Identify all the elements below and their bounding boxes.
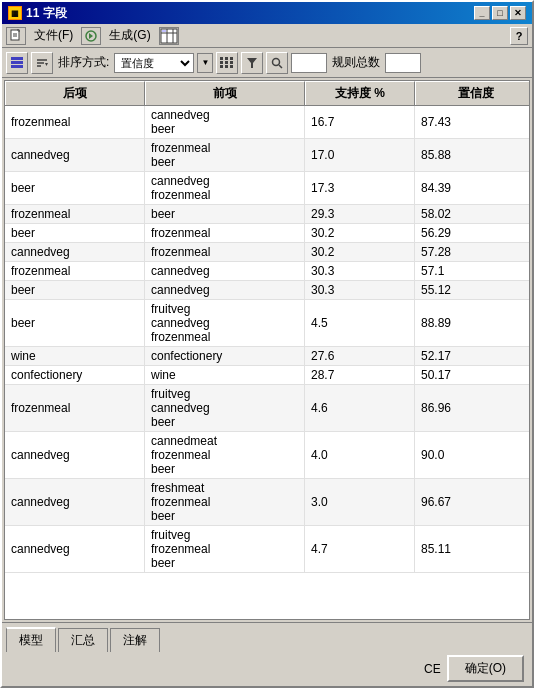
cell-pre: fruitvegcannedvegbeer (145, 385, 305, 431)
table-row[interactable]: beercannedveg30.355.12 (5, 281, 529, 300)
bottom-bar: CE 确定(O) (2, 651, 532, 686)
cell-post: beer (5, 224, 145, 242)
minimize-button[interactable]: _ (474, 6, 490, 20)
cell-confidence: 86.96 (415, 385, 529, 431)
table-row[interactable]: cannedvegcannedmeatfrozenmealbeer4.090.0 (5, 432, 529, 479)
cell-pre: confectionery (145, 347, 305, 365)
svg-rect-9 (11, 57, 23, 60)
table-row[interactable]: cannedvegfrozenmeal30.257.28 (5, 243, 529, 262)
cell-post: wine (5, 347, 145, 365)
cell-support: 30.2 (305, 243, 415, 261)
menu-generate[interactable]: 生成(G) (103, 25, 156, 46)
table-row[interactable]: frozenmealcannedvegbeer16.787.43 (5, 106, 529, 139)
sort-select[interactable]: 置信度 (114, 53, 194, 73)
cell-support: 27.6 (305, 347, 415, 365)
cell-support: 4.5 (305, 300, 415, 346)
sort-arrow-button[interactable]: ▼ (197, 53, 213, 73)
table-row[interactable]: cannedvegfruitvegfrozenmealbeer4.785.11 (5, 526, 529, 573)
cell-post: cannedveg (5, 432, 145, 478)
cell-pre: frozenmeal (145, 224, 305, 242)
table-row[interactable]: cannedvegfreshmeatfrozenmealbeer3.096.67 (5, 479, 529, 526)
cell-pre: beer (145, 205, 305, 223)
svg-marker-15 (45, 63, 48, 66)
cell-post: cannedveg (5, 243, 145, 261)
cell-pre: frozenmeal (145, 243, 305, 261)
filter-button[interactable] (241, 52, 263, 74)
svg-line-18 (279, 65, 282, 68)
rules-table: 后项 前项 支持度 % 置信度 frozenmealcannedvegbeer1… (4, 80, 530, 620)
sort-label: 排序方式: (58, 54, 109, 71)
cell-support: 4.7 (305, 526, 415, 572)
cell-post: frozenmeal (5, 385, 145, 431)
table-row[interactable]: frozenmealfruitvegcannedvegbeer4.686.96 (5, 385, 529, 432)
cell-support: 4.6 (305, 385, 415, 431)
cell-pre: cannedvegfrozenmeal (145, 172, 305, 204)
sort-direction-button[interactable] (31, 52, 53, 74)
grid-view-button[interactable] (216, 52, 238, 74)
cell-confidence: 58.02 (415, 205, 529, 223)
menu-icon-gen[interactable] (81, 27, 101, 45)
total-label: 规则总数 (332, 54, 380, 71)
cell-confidence: 90.0 (415, 432, 529, 478)
search-button[interactable] (266, 52, 288, 74)
menu-bar: 文件(F) 生成(G) ? (2, 24, 532, 48)
table-row[interactable]: wineconfectionery27.652.17 (5, 347, 529, 366)
cell-support: 3.0 (305, 479, 415, 525)
table-header: 后项 前项 支持度 % 置信度 (5, 81, 529, 106)
ce-label: CE (424, 662, 441, 676)
title-buttons: _ □ ✕ (474, 6, 526, 20)
cell-confidence: 88.89 (415, 300, 529, 346)
cell-pre: cannedvegbeer (145, 106, 305, 138)
window-icon: ▦ (8, 6, 22, 20)
toolbar-btn-1[interactable] (6, 52, 28, 74)
col-header-pre: 前项 (145, 81, 305, 105)
cell-pre: freshmeatfrozenmealbeer (145, 479, 305, 525)
menu-file[interactable]: 文件(F) (28, 25, 79, 46)
tab-summary[interactable]: 汇总 (58, 628, 108, 652)
table-body[interactable]: frozenmealcannedvegbeer16.787.43cannedve… (5, 106, 529, 619)
cell-support: 30.3 (305, 262, 415, 280)
cell-support: 29.3 (305, 205, 415, 223)
cell-confidence: 85.88 (415, 139, 529, 171)
cell-support: 30.3 (305, 281, 415, 299)
tab-model[interactable]: 模型 (6, 627, 56, 652)
window-title: 11 字段 (26, 5, 67, 22)
cell-support: 17.0 (305, 139, 415, 171)
table-row[interactable]: beercannedvegfrozenmeal17.384.39 (5, 172, 529, 205)
menu-icon-table[interactable] (159, 27, 179, 45)
cell-post: cannedveg (5, 526, 145, 572)
main-window: ▦ 11 字段 _ □ ✕ 文件(F) 生成(G) (0, 0, 534, 688)
cell-post: cannedveg (5, 139, 145, 171)
cell-pre: cannedveg (145, 262, 305, 280)
help-button[interactable]: ? (510, 27, 528, 45)
cell-post: confectionery (5, 366, 145, 384)
cell-post: cannedveg (5, 479, 145, 525)
table-row[interactable]: frozenmealbeer29.358.02 (5, 205, 529, 224)
col-header-support: 支持度 % (305, 81, 415, 105)
table-row[interactable]: beerfrozenmeal30.256.29 (5, 224, 529, 243)
count-input[interactable]: 20 (291, 53, 327, 73)
ok-button[interactable]: 确定(O) (447, 655, 524, 682)
table-row[interactable]: beerfruitvegcannedvegfrozenmeal4.588.89 (5, 300, 529, 347)
cell-post: frozenmeal (5, 106, 145, 138)
total-input[interactable]: 20 (385, 53, 421, 73)
cell-pre: fruitvegfrozenmealbeer (145, 526, 305, 572)
cell-pre: fruitvegcannedvegfrozenmeal (145, 300, 305, 346)
cell-pre: cannedveg (145, 281, 305, 299)
close-button[interactable]: ✕ (510, 6, 526, 20)
cell-confidence: 87.43 (415, 106, 529, 138)
cell-pre: wine (145, 366, 305, 384)
svg-rect-0 (11, 30, 19, 40)
table-row[interactable]: cannedvegfrozenmealbeer17.085.88 (5, 139, 529, 172)
table-row[interactable]: frozenmealcannedveg30.357.1 (5, 262, 529, 281)
tab-annotation[interactable]: 注解 (110, 628, 160, 652)
cell-post: frozenmeal (5, 262, 145, 280)
title-bar: ▦ 11 字段 _ □ ✕ (2, 2, 532, 24)
maximize-button[interactable]: □ (492, 6, 508, 20)
tab-bar: 模型 汇总 注解 (2, 622, 532, 651)
menu-icon-doc[interactable] (6, 27, 26, 45)
col-header-confidence: 置信度 (415, 81, 530, 105)
table-row[interactable]: confectionerywine28.750.17 (5, 366, 529, 385)
svg-point-17 (273, 58, 280, 65)
cell-confidence: 84.39 (415, 172, 529, 204)
